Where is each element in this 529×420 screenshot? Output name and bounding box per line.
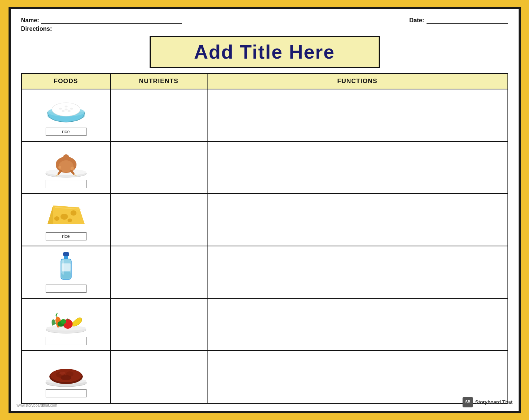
table-row: rice bbox=[22, 89, 508, 141]
logo: SB Storyboard That bbox=[463, 397, 512, 407]
svg-point-9 bbox=[65, 109, 68, 111]
date-field-group: Date: bbox=[409, 17, 508, 24]
food-image-water bbox=[42, 252, 90, 283]
svg-point-46 bbox=[59, 372, 65, 375]
watermark: www.storyboardthat.com bbox=[17, 403, 58, 407]
main-table: FOODS NUTRIENTS FUNCTIONS bbox=[21, 73, 508, 404]
food-cell-meat bbox=[22, 351, 111, 403]
svg-rect-33 bbox=[62, 260, 64, 275]
svg-point-18 bbox=[58, 166, 61, 169]
directions-label: Directions: bbox=[21, 26, 508, 32]
food-name-turkey bbox=[46, 180, 86, 188]
food-image-rice bbox=[42, 95, 90, 126]
svg-point-23 bbox=[71, 210, 76, 216]
svg-point-24 bbox=[54, 216, 59, 221]
svg-point-5 bbox=[65, 106, 68, 108]
food-cell-water bbox=[22, 246, 111, 298]
svg-point-7 bbox=[62, 110, 65, 112]
svg-rect-28 bbox=[64, 256, 68, 259]
nutrients-cell-vegetables[interactable] bbox=[111, 298, 207, 351]
svg-point-3 bbox=[55, 103, 77, 113]
food-cell-vegetables bbox=[22, 298, 111, 351]
col-header-functions: FUNCTIONS bbox=[207, 73, 508, 89]
svg-point-16 bbox=[63, 154, 69, 160]
functions-cell-rice[interactable] bbox=[207, 89, 508, 141]
outer-border: Name: Date: Directions: Add Title Here F… bbox=[0, 0, 529, 420]
logo-text: Storyboard That bbox=[475, 399, 512, 405]
name-line bbox=[41, 17, 182, 24]
nutrients-cell-cheese[interactable] bbox=[111, 194, 207, 246]
food-cell-cheese: rice bbox=[22, 194, 111, 246]
svg-rect-27 bbox=[63, 252, 69, 256]
food-image-vegetables bbox=[42, 304, 90, 335]
functions-cell-meat[interactable] bbox=[207, 351, 508, 403]
svg-point-8 bbox=[68, 110, 71, 112]
table-header-row: FOODS NUTRIENTS FUNCTIONS bbox=[22, 73, 508, 89]
table-row bbox=[22, 351, 508, 403]
svg-marker-21 bbox=[48, 206, 53, 224]
name-label: Name: bbox=[21, 17, 39, 24]
nutrients-cell-rice[interactable] bbox=[111, 89, 207, 141]
functions-cell-cheese[interactable] bbox=[207, 194, 508, 246]
top-fields: Name: Date: bbox=[21, 17, 508, 24]
food-name-rice: rice bbox=[46, 128, 86, 136]
nutrients-cell-turkey[interactable] bbox=[111, 141, 207, 194]
svg-point-6 bbox=[70, 108, 73, 110]
food-cell-turkey bbox=[22, 141, 111, 194]
food-name-meat bbox=[46, 389, 86, 397]
col-header-nutrients: NUTRIENTS bbox=[111, 73, 207, 89]
food-image-meat bbox=[42, 356, 90, 388]
page: Name: Date: Directions: Add Title Here F… bbox=[11, 9, 519, 411]
name-field-group: Name: bbox=[21, 17, 183, 24]
functions-cell-vegetables[interactable] bbox=[207, 298, 508, 351]
svg-point-4 bbox=[59, 108, 62, 110]
food-image-turkey bbox=[42, 147, 90, 178]
food-name-vegetables bbox=[46, 337, 86, 345]
col-header-foods: FOODS bbox=[22, 73, 111, 89]
functions-cell-turkey[interactable] bbox=[207, 141, 508, 194]
title-box[interactable]: Add Title Here bbox=[150, 36, 380, 68]
logo-icon: SB bbox=[463, 397, 473, 407]
svg-point-17 bbox=[71, 167, 74, 170]
functions-cell-water[interactable] bbox=[207, 246, 508, 298]
food-name-cheese: rice bbox=[46, 232, 86, 240]
nutrients-cell-water[interactable] bbox=[111, 246, 207, 298]
table-row bbox=[22, 246, 508, 298]
date-label: Date: bbox=[409, 17, 424, 24]
nutrients-cell-meat[interactable] bbox=[111, 351, 207, 403]
food-cell-rice: rice bbox=[22, 89, 111, 141]
svg-point-38 bbox=[61, 319, 66, 324]
date-line bbox=[427, 17, 508, 24]
table-row: rice bbox=[22, 194, 508, 246]
svg-point-45 bbox=[61, 375, 71, 380]
svg-point-25 bbox=[68, 219, 72, 222]
table-row bbox=[22, 298, 508, 351]
inner-border: Name: Date: Directions: Add Title Here F… bbox=[9, 7, 521, 413]
svg-point-22 bbox=[61, 214, 68, 220]
food-image-cheese bbox=[42, 199, 90, 231]
title-text: Add Title Here bbox=[194, 41, 335, 63]
food-name-water bbox=[46, 285, 86, 293]
table-row bbox=[22, 141, 508, 194]
